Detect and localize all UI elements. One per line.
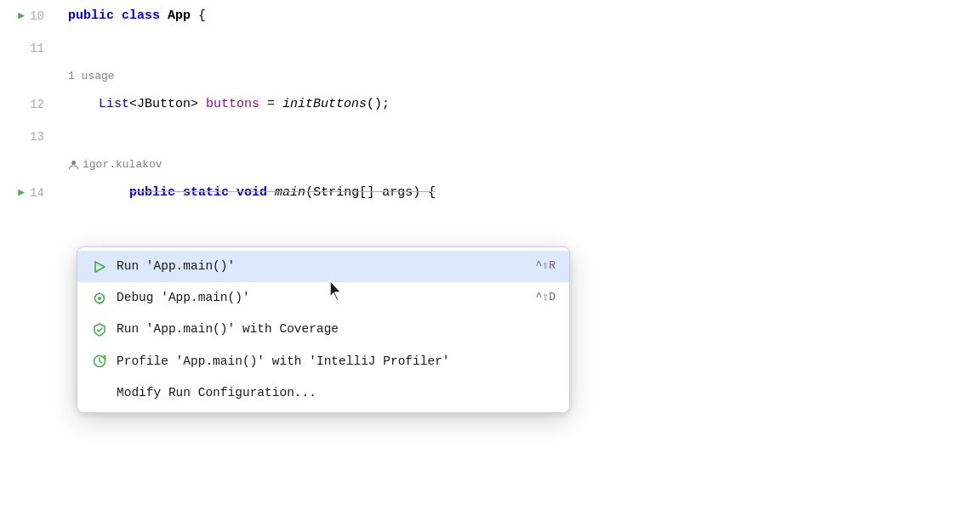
usage-hint: 1 usage [58, 68, 115, 86]
popup-run-shortcut: ^⇧R [536, 258, 556, 275]
popup-coverage-label: Run 'App.main()' with Coverage [117, 320, 556, 339]
run-gutter-14[interactable]: ▶ [18, 184, 25, 202]
profile-icon [91, 353, 108, 370]
line-number-10: ▶ 10 [0, 7, 58, 26]
code-line-10: ▶ 10 public class App { [0, 0, 980, 32]
popup-modify-label: Modify Run Configuration... [117, 383, 556, 403]
line-content-10: public class App { [58, 6, 206, 26]
code-line-11: 11 [0, 32, 980, 65]
popup-debug-shortcut: ^⇧D [536, 289, 556, 307]
popup-item-coverage[interactable]: Run 'App.main()' with Coverage [77, 314, 569, 345]
usage-hint-line: 1 usage [0, 65, 980, 88]
line-number-12: 12 [0, 95, 58, 114]
svg-point-3 [98, 297, 101, 300]
debug-bug-icon [92, 291, 107, 306]
popup-profile-label: Profile 'App.main()' with 'IntelliJ Prof… [117, 352, 556, 371]
context-menu-popup: Run 'App.main()' ^⇧R Debug 'App.main()' … [77, 246, 570, 413]
line-content-12: List<JButton> buttons = initButtons(); [58, 94, 390, 115]
run-triangle-icon [92, 259, 107, 275]
code-editor: ▶ 10 public class App { 11 1 usage 12 Li… [0, 0, 980, 527]
run-icon [91, 258, 108, 275]
line-number-14: ▶ 14 [0, 184, 58, 202]
popup-item-run[interactable]: Run 'App.main()' ^⇧R [77, 251, 569, 282]
line-number-11: 11 [0, 39, 58, 58]
debug-icon [91, 290, 108, 307]
line-number-13: 13 [0, 128, 58, 146]
coverage-icon [91, 321, 108, 338]
popup-item-profile[interactable]: Profile 'App.main()' with 'IntelliJ Prof… [77, 346, 569, 377]
code-line-14: ▶ 14 public static void main(String[] ar… [0, 177, 980, 209]
svg-marker-1 [95, 262, 105, 272]
popup-item-modify[interactable]: Modify Run Configuration... [77, 377, 569, 409]
coverage-shield-icon [92, 322, 107, 337]
line-content-14: public static void main(String[] args) { [58, 162, 436, 224]
code-line-12: 12 List<JButton> buttons = initButtons()… [0, 88, 980, 121]
popup-item-debug[interactable]: Debug 'App.main()' ^⇧D [77, 282, 569, 314]
run-gutter-10[interactable]: ▶ [18, 8, 25, 26]
profile-clock-icon [92, 354, 107, 369]
code-line-13: 13 [0, 121, 980, 153]
popup-run-label: Run 'App.main()' [117, 257, 527, 276]
modify-icon [91, 384, 108, 401]
popup-debug-label: Debug 'App.main()' [117, 288, 527, 308]
